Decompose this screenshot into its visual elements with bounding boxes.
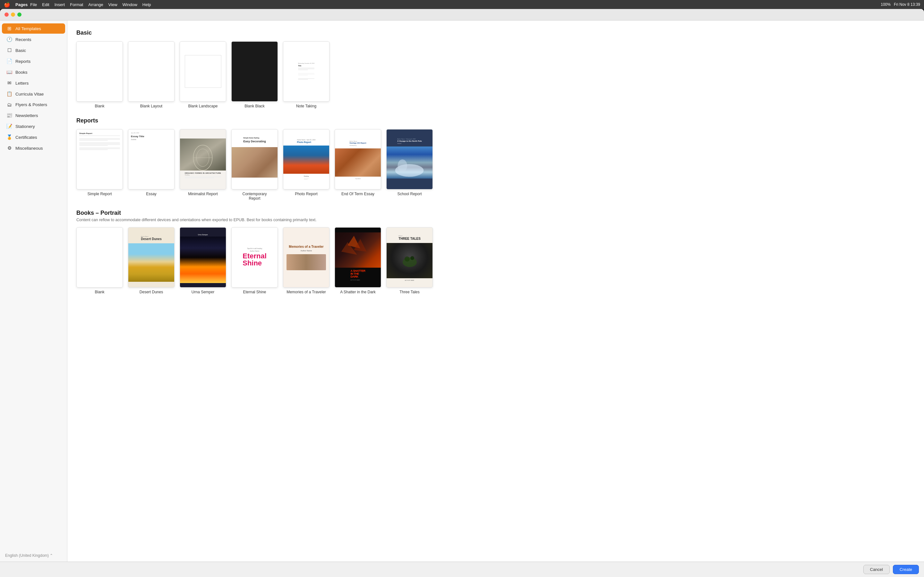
create-button[interactable]: Create	[893, 565, 919, 574]
sidebar-item-curricula-vitae[interactable]: 📋 Curricula Vitae	[2, 89, 65, 99]
eternal-title: EternalShine	[242, 253, 267, 267]
simple-report-content: Simple Report	[77, 129, 123, 189]
language-selector[interactable]: English (United Kingdom) ⌃	[0, 551, 67, 562]
sidebar-item-flyers-posters[interactable]: 🗂 Flyers & Posters	[2, 100, 65, 110]
template-thumb-memories-traveler[interactable]: Memories of a Traveler Author Name	[283, 227, 330, 287]
template-label-eternal-shine: Eternal Shine	[243, 290, 266, 294]
three-header: A Novel THREE TALES	[396, 233, 423, 243]
menu-arrange[interactable]: Arrange	[88, 2, 103, 7]
template-thumb-desert-dunes[interactable]: Author Name Desert Dunes	[128, 227, 174, 287]
svg-point-10	[405, 256, 410, 261]
misc-icon: ⚙	[6, 145, 12, 151]
voyage-title: A Voyage to the North Pole	[397, 140, 422, 142]
photo-report-text: Heading	[301, 174, 311, 182]
template-thumb-three-tales[interactable]: A Novel THREE TALES AUTHOR NAME	[386, 227, 433, 287]
arch-line	[185, 177, 221, 177]
basic-templates-grid: Blank Blank Layout Blank Landscape	[76, 41, 915, 108]
books-icon: 📖	[6, 69, 12, 75]
template-thumb-eternal-shine[interactable]: Tapclick to add heading Author Name Eter…	[231, 227, 278, 287]
app-name[interactable]: Pages	[15, 2, 27, 7]
sidebar-item-reports[interactable]: 📄 Reports	[2, 56, 65, 66]
shatter-svg	[335, 232, 381, 268]
sidebar-item-miscellaneous[interactable]: ⚙ Miscellaneous	[2, 143, 65, 153]
voyage-photo	[387, 147, 433, 179]
template-label-minimalist-report: Minimalist Report	[188, 192, 218, 196]
template-memories-traveler[interactable]: Memories of a Traveler Author Name Memor…	[283, 227, 330, 294]
sidebar-item-books[interactable]: 📖 Books	[2, 67, 65, 77]
template-note-taking[interactable]: Wednesday, December 18, 2019 Title	[283, 41, 330, 108]
sidebar-label-basic: Basic	[15, 48, 26, 53]
text-line-10	[79, 149, 108, 150]
voyage-svg	[387, 147, 433, 179]
menu-items: File Edit Insert Format Arrange View Win…	[30, 2, 151, 7]
shatter-title: A SHATTERIN THEDARK	[351, 269, 365, 278]
menu-insert[interactable]: Insert	[55, 2, 65, 7]
note-line-7	[298, 78, 314, 79]
note-date: Wednesday, December 18, 2019	[298, 63, 314, 64]
template-urna-semper[interactable]: Urna Semper Urna Semper	[180, 227, 226, 294]
template-minimalist-report[interactable]: ORGANIC FORMS IN ARCHITECTURE Heading Mi…	[180, 129, 226, 201]
template-thumb-simple-report[interactable]: Simple Report	[76, 129, 123, 189]
minimize-button[interactable]	[11, 13, 15, 17]
sidebar-item-certificates[interactable]: 🏅 Certificates	[2, 132, 65, 142]
svg-point-11	[410, 256, 414, 260]
template-thumb-note-taking[interactable]: Wednesday, December 18, 2019 Title	[283, 41, 330, 102]
photo-report-heading: Heading	[304, 175, 309, 177]
contemp-footer	[252, 177, 257, 185]
template-blank-layout[interactable]: Blank Layout	[128, 41, 174, 108]
menu-format[interactable]: Format	[70, 2, 83, 7]
template-book-blank[interactable]: Blank	[76, 227, 123, 294]
template-essay[interactable]: June 20, 2019 Essay Title Subtitle	[128, 129, 174, 201]
sidebar-item-all-templates[interactable]: ⊞ All Templates	[2, 23, 65, 34]
template-simple-report[interactable]: Simple Report	[76, 129, 123, 201]
sidebar-item-letters[interactable]: ✉ Letters	[2, 78, 65, 88]
template-thumb-book-blank[interactable]	[76, 227, 123, 287]
sidebar-label-certificates: Certificates	[15, 135, 37, 140]
template-thumb-minimalist-report[interactable]: ORGANIC FORMS IN ARCHITECTURE Heading	[180, 129, 226, 189]
template-photo-report[interactable]: Author Name · April 20, 2020 Photo Repor…	[283, 129, 330, 201]
template-end-of-term-essay[interactable]: Author Name Geology 101 Report Subheadin…	[334, 129, 381, 201]
note-line-6	[298, 75, 308, 76]
template-thumb-blank-black[interactable]	[231, 41, 278, 102]
template-thumb-school-report[interactable]: Author Name · February 8, 2020 A Voyage …	[386, 129, 433, 189]
template-thumb-blank-landscape[interactable]	[180, 41, 226, 102]
template-thumb-contemporary-report[interactable]: Simple Home Styling Easy Decorating	[231, 129, 278, 189]
note-line-8	[298, 79, 308, 80]
sidebar-item-stationery[interactable]: 📝 Stationery	[2, 121, 65, 131]
maximize-button[interactable]	[17, 13, 21, 17]
template-label-desert-dunes: Desert Dunes	[140, 290, 163, 294]
sidebar-item-basic[interactable]: ☐ Basic	[2, 45, 65, 55]
sidebar-item-recents[interactable]: 🕐 Recents	[2, 34, 65, 45]
template-blank-black[interactable]: Blank Black	[231, 41, 278, 108]
template-shatter-dark[interactable]: A SHATTERIN THEDARK AUTHOR NAME A Shatte…	[334, 227, 381, 294]
essay-date: June 20, 2019	[131, 132, 172, 134]
menu-file[interactable]: File	[30, 2, 37, 7]
apple-menu[interactable]: 🍎	[4, 2, 10, 8]
template-contemporary-report[interactable]: Simple Home Styling Easy Decorating Cont…	[231, 129, 278, 201]
cancel-button[interactable]: Cancel	[863, 565, 890, 574]
template-blank-landscape[interactable]: Blank Landscape	[180, 41, 226, 108]
template-thumb-blank-layout[interactable]	[128, 41, 174, 102]
sidebar-item-newsletters[interactable]: 📰 Newsletters	[2, 110, 65, 121]
template-thumb-photo-report[interactable]: Author Name · April 20, 2020 Photo Repor…	[283, 129, 330, 189]
template-three-tales[interactable]: A Novel THREE TALES AUTHOR NAME	[386, 227, 433, 294]
template-school-report[interactable]: Author Name · February 8, 2020 A Voyage …	[386, 129, 433, 201]
template-thumb-end-of-term-essay[interactable]: Author Name Geology 101 Report Subheadin…	[334, 129, 381, 189]
template-thumb-shatter-dark[interactable]: A SHATTERIN THEDARK AUTHOR NAME	[334, 227, 381, 287]
menu-view[interactable]: View	[108, 2, 118, 7]
text-line-5	[79, 143, 120, 144]
menu-window[interactable]: Window	[123, 2, 137, 7]
close-button[interactable]	[5, 13, 9, 17]
eternal-author-name: Author Name	[250, 250, 259, 252]
template-thumb-essay[interactable]: June 20, 2019 Essay Title Subtitle	[128, 129, 174, 189]
memories-author: Author Name	[300, 250, 312, 251]
template-thumb-blank[interactable]	[76, 41, 123, 102]
three-svg	[400, 251, 419, 270]
template-thumb-urna-semper[interactable]: Urna Semper	[180, 227, 226, 287]
essay-title: Essay Title	[131, 135, 172, 138]
menu-edit[interactable]: Edit	[42, 2, 49, 7]
template-desert-dunes[interactable]: Author Name Desert Dunes Desert Dunes	[128, 227, 174, 294]
template-eternal-shine[interactable]: Tapclick to add heading Author Name Eter…	[231, 227, 278, 294]
template-blank[interactable]: Blank	[76, 41, 123, 108]
menu-help[interactable]: Help	[142, 2, 151, 7]
